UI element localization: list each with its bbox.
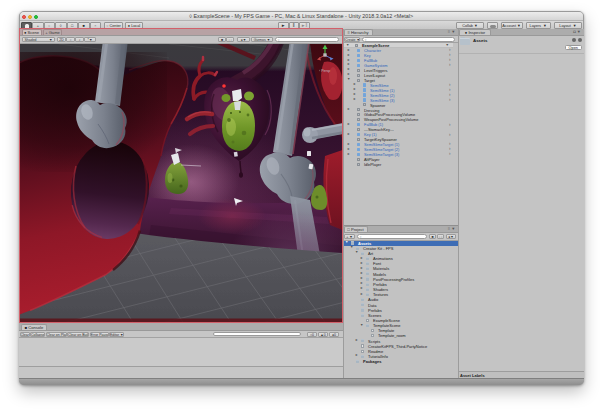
svg-text:‹ Persp: ‹ Persp	[319, 69, 330, 73]
